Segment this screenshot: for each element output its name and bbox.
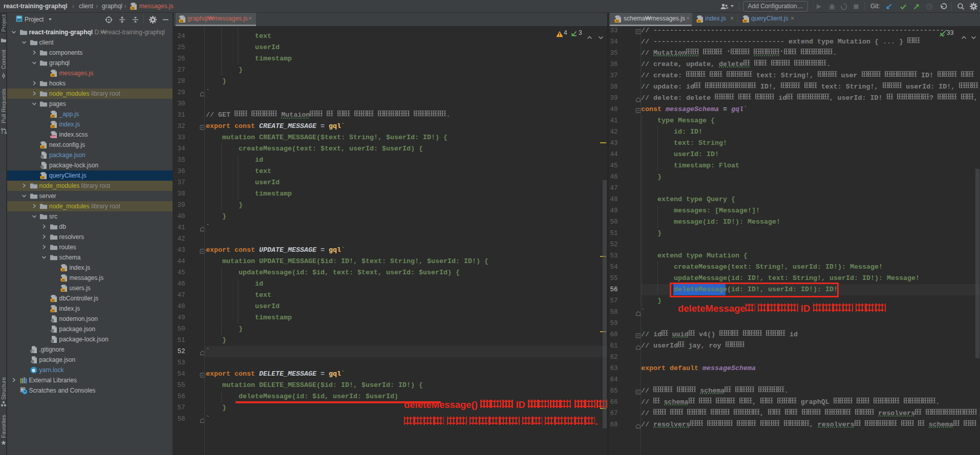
svg-text:JS: JS	[697, 19, 700, 23]
svg-text:JS: JS	[61, 289, 65, 292]
svg-text:JS: JS	[40, 145, 44, 148]
svg-text:JS: JS	[51, 74, 54, 77]
svg-text:JS: JS	[743, 19, 747, 23]
svg-text:JS: JS	[51, 115, 54, 118]
svg-text:JS: JS	[51, 299, 54, 302]
svg-text:JS: JS	[61, 278, 65, 281]
svg-text:SASS: SASS	[50, 136, 56, 138]
svg-text:JS: JS	[131, 7, 134, 10]
svg-text:JS: JS	[51, 309, 54, 312]
svg-text:JS: JS	[61, 268, 65, 271]
svg-text:JS: JS	[179, 19, 183, 23]
svg-text:JS: JS	[615, 19, 619, 23]
svg-text:JS: JS	[51, 125, 54, 128]
svg-text:JS: JS	[40, 176, 44, 179]
